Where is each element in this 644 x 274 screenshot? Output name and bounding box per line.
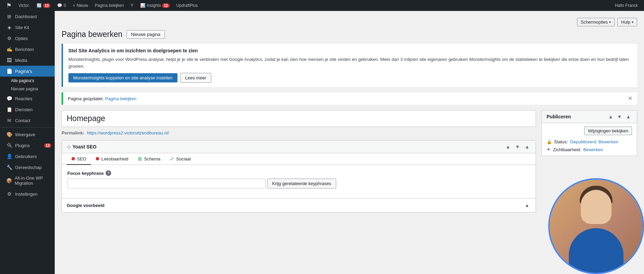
screen-options-arrow-icon: ▾ [609,20,611,24]
reacties-icon: 💬 [6,96,12,101]
post-title-input[interactable] [62,110,536,127]
sidebar-item-paginas[interactable]: 📄 Pagina's [0,66,55,77]
permalink-label: Permalink: [62,130,84,135]
sidebar-item-opties[interactable]: ⚙ Opties [0,33,55,44]
status-lock-icon: 🔒 [547,139,552,144]
updated-notice: Pagina geüpdatet. Pagina bekijken ✕ [62,92,637,105]
paginas-icon: 📄 [6,68,12,74]
yoast-metabox: ⊹ Yoast SEO ▲ ▼ ▲ SEO [62,140,536,212]
yoast-tab-sociaal[interactable]: ⤢ Sociaal [165,153,196,165]
sidebar-item-berichten[interactable]: ✍ Berichten [0,44,55,55]
monsterinsights-connect-button[interactable]: MonsterInsights koppelen en site-analyse… [68,73,178,82]
view-changes-button[interactable]: Wijzigingen bekijken [584,127,632,135]
adminbar-insights[interactable]: 📊 Insights 12 [137,0,173,11]
focus-keyphrase-help-icon[interactable]: ? [106,170,111,176]
page-title: Pagina bewerken [62,30,122,39]
screen-options-button[interactable]: Schermopties ▾ [577,18,615,26]
avatar-image [550,180,643,273]
status-edit-link[interactable]: Bewerken [599,139,618,144]
sitekit-icon: ◈ [6,25,12,30]
editor-sidebar: Publiceren ▲ ▼ ▲ Wijzigingen bekijken 🔒 [541,110,637,156]
publish-panel-header: Publiceren ▲ ▼ ▲ [542,110,637,123]
page-header: Pagina bewerken Nieuwe pagina [62,30,637,39]
allinone-icon: 📦 [6,178,12,183]
instellingen-icon: ⚙ [6,191,12,197]
move-handle-icon[interactable]: ⊹ [67,144,71,150]
permalink-row: Permalink: https://wordpress2.victoruitz… [62,130,536,135]
visibility-edit-link[interactable]: Bewerken [583,147,603,152]
yoast-tab-schema[interactable]: ⊞ Schema [133,153,165,165]
status-label: Status: [554,139,568,144]
permalink-link[interactable]: https://wordpress2.victoruitzendbureau.n… [87,130,169,135]
yoast-metabox-title: Yoast SEO [73,144,504,149]
adminbar-updraftplus[interactable]: UpdraftPlus [173,0,201,11]
adminbar-yoast[interactable]: Y [127,0,137,11]
publish-panel-buttons: ▲ ▼ ▲ [607,113,632,120]
yoast-tab-leesbaarheid[interactable]: Leesbaarheid [91,153,133,165]
content-topbar: Schermopties ▾ Hulp ▾ [62,18,637,26]
metabox-toggle-button[interactable]: ▲ [523,143,531,150]
diensten-icon: 📋 [6,107,12,112]
publish-panel-up-button[interactable]: ▲ [607,113,614,120]
publish-panel-down-button[interactable]: ▼ [616,113,623,120]
adminbar-new[interactable]: + Nieuw [69,0,91,11]
analytics-notice-title: Stel Site Analytics in om inzichten in d… [68,48,632,53]
dashboard-icon: ⊞ [6,14,12,19]
publish-panel-toggle-button[interactable]: ▲ [625,113,632,120]
leesbaarheid-status-indicator [96,157,99,160]
sidebar-item-weergave[interactable]: 🎨 Weergave [0,129,55,140]
adminbar-view-page[interactable]: Pagina bekijken [91,0,127,11]
view-changes-wrapper: Wijzigingen bekijken [547,127,632,135]
adminbar-user-greeting[interactable]: Hallo Franck [615,3,641,8]
sidebar-item-reacties[interactable]: 💬 Reacties [0,93,55,104]
publish-panel-title: Publiceren [547,114,607,119]
editor-main: Permalink: https://wordpress2.victoruitz… [62,110,536,217]
analytics-notice: Stel Site Analytics in om inzichten in d… [62,44,637,87]
person-body [569,228,623,273]
plugins-icon: 🔌 [6,143,12,148]
sidebar-item-allinone[interactable]: 📦 All-in-One WP Migration [0,173,55,188]
google-preview-section[interactable]: Google voorbeeld ▲ [62,198,536,212]
contact-icon: ✉ [6,118,12,123]
yoast-metabox-header[interactable]: ⊹ Yoast SEO ▲ ▼ ▲ [62,141,536,153]
sidebar-item-dashboard[interactable]: ⊞ Dashboard [0,11,55,22]
learn-more-button[interactable]: Lees meer [180,73,211,83]
sidebar-item-plugins[interactable]: 🔌 Plugins 13 [0,140,55,151]
gebruikers-icon: 👤 [6,154,12,159]
berichten-icon: ✍ [6,47,12,52]
yoast-tab-seo[interactable]: SEO [67,153,91,165]
sidebar-item-contact[interactable]: ✉ Contact [0,115,55,126]
submenu-nieuwe-pagina[interactable]: Nieuwe pagina [0,85,55,93]
status-row: 🔒 Status: Gepubliceerd Bewerken [547,139,632,144]
sidebar-item-diensten[interactable]: 📋 Diensten [0,104,55,115]
updated-text: Pagina geüpdatet. [68,96,104,101]
admin-bar: ⚑ Victor. 🔄 13 💬 0 + Nieuw Pagina bekijk… [0,0,644,11]
sidebar-item-instellingen[interactable]: ⚙ Instellingen [0,188,55,199]
get-keyphrases-button[interactable]: Krijg gerelateerde keyphrases [267,179,337,188]
google-preview-toggle-button[interactable]: ▲ [523,202,531,209]
new-page-button[interactable]: Nieuwe pagina [127,30,165,39]
seo-status-indicator [71,157,75,160]
media-icon: 🖼 [6,57,12,63]
user-avatar-overlay [548,178,644,274]
sidebar-item-gereedschap[interactable]: 🔧 Gereedschap [0,162,55,173]
metabox-down-button[interactable]: ▼ [514,143,521,150]
metabox-up-button[interactable]: ▲ [504,143,512,150]
notice-close-button[interactable]: ✕ [628,96,632,101]
submenu-alle-paginas[interactable]: Alle pagina's [0,77,55,85]
wp-logo[interactable]: ⚑ [3,0,15,11]
sidebar-item-gebruikers[interactable]: 👤 Gebruikers [0,151,55,162]
admin-sidebar: ⊞ Dashboard ◈ Site Kit ⚙ Opties ✍ Berich… [0,11,55,274]
publish-panel-body: Wijzigingen bekijken 🔒 Status: Gepublice… [542,123,637,156]
sidebar-item-site-kit[interactable]: ◈ Site Kit [0,22,55,33]
help-button[interactable]: Hulp ▾ [617,18,637,26]
adminbar-comments[interactable]: 💬 0 [54,0,69,11]
publish-panel: Publiceren ▲ ▼ ▲ Wijzigingen bekijken 🔒 [541,110,637,156]
focus-keyphrase-input[interactable] [67,179,266,188]
opties-icon: ⚙ [6,36,12,41]
view-page-link[interactable]: Pagina bekijken [105,96,136,101]
sidebar-item-media[interactable]: 🖼 Media [0,55,55,66]
adminbar-site-name[interactable]: Victor. [15,0,33,11]
adminbar-updates[interactable]: 🔄 13 [33,0,54,11]
gereedschap-icon: 🔧 [6,165,12,170]
